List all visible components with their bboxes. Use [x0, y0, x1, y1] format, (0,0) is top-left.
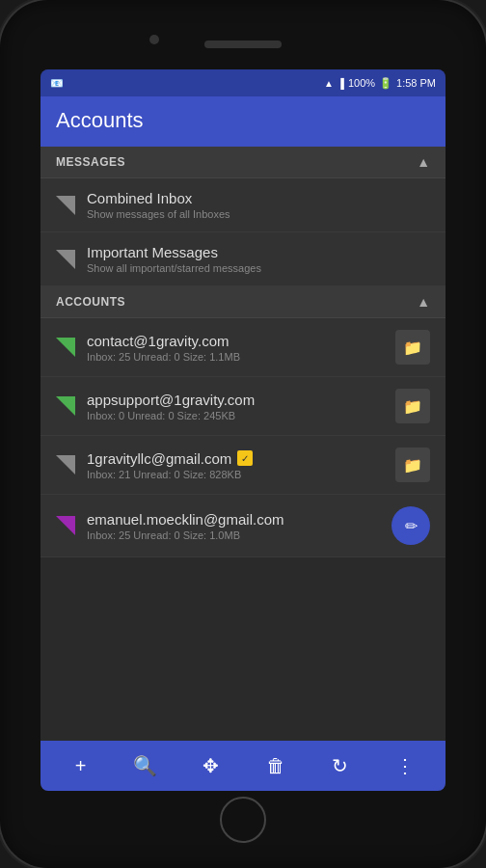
- messages-section-header[interactable]: MESSAGES ▲: [40, 147, 446, 178]
- corner-flag-green-1: [56, 396, 75, 416]
- page-title: Accounts: [56, 108, 430, 133]
- edit-icon-3: ✏: [405, 517, 418, 535]
- account-1-text: appsupport@1gravity.com Inbox: 0 Unread:…: [87, 392, 384, 421]
- phone-frame: 📧 ▲ ▐ 100% 🔋 1:58 PM Accounts MESSAGES ▲: [0, 0, 486, 868]
- wifi-icon: ▲: [324, 78, 334, 89]
- account-2-folder-button[interactable]: 📁: [395, 448, 430, 482]
- combined-inbox-text: Combined Inbox Show messages of all Inbo…: [87, 190, 430, 220]
- messages-chevron-icon: ▲: [417, 154, 430, 170]
- move-button[interactable]: ✥: [191, 746, 230, 785]
- bottom-bezel: [0, 791, 486, 849]
- folder-icon-1: 📁: [403, 397, 422, 416]
- combined-inbox-primary: Combined Inbox: [87, 190, 430, 206]
- accounts-chevron-icon: ▲: [417, 294, 430, 310]
- account-1-icon: [56, 396, 75, 416]
- folder-icon-2: 📁: [403, 456, 422, 475]
- gmail-badge: ✓: [237, 450, 253, 466]
- messages-section-title: MESSAGES: [56, 155, 125, 169]
- corner-flag-purple-3: [56, 516, 75, 535]
- important-messages-secondary: Show all important/starred messages: [87, 262, 430, 274]
- top-bezel: [0, 19, 486, 69]
- important-messages-text: Important Messages Show all important/st…: [87, 244, 430, 274]
- account-0-icon: [56, 338, 75, 357]
- status-bar: 📧 ▲ ▐ 100% 🔋 1:58 PM: [40, 69, 446, 96]
- account-0-folder-button[interactable]: 📁: [395, 330, 430, 365]
- content-area: MESSAGES ▲ Combined Inbox Show messages …: [40, 147, 446, 741]
- corner-flag-green-0: [56, 338, 75, 357]
- add-button[interactable]: +: [62, 746, 100, 785]
- search-icon: 🔍: [133, 754, 157, 777]
- move-icon: ✥: [202, 754, 219, 777]
- account-item-1[interactable]: appsupport@1gravity.com Inbox: 0 Unread:…: [40, 377, 446, 436]
- bottom-toolbar: + 🔍 ✥ 🗑 ↻ ⋮: [40, 741, 446, 791]
- combined-inbox-secondary: Show messages of all Inboxes: [87, 208, 430, 220]
- account-item-3[interactable]: emanuel.moecklin@gmail.com Inbox: 25 Unr…: [40, 495, 446, 557]
- battery-percent: 100%: [348, 77, 375, 89]
- status-left: 📧: [50, 77, 64, 90]
- refresh-icon: ↻: [332, 754, 348, 777]
- delete-button[interactable]: 🗑: [256, 746, 295, 785]
- notification-icon: 📧: [50, 77, 64, 90]
- phone-screen: 📧 ▲ ▐ 100% 🔋 1:58 PM Accounts MESSAGES ▲: [40, 69, 446, 791]
- account-item-2[interactable]: 1gravityllc@gmail.com ✓ Inbox: 21 Unread…: [40, 436, 446, 495]
- more-button[interactable]: ⋮: [386, 746, 424, 785]
- speaker: [204, 41, 282, 48]
- account-0-text: contact@1gravity.com Inbox: 25 Unread: 0…: [87, 333, 384, 363]
- account-0-secondary: Inbox: 25 Unread: 0 Size: 1.1MB: [87, 351, 384, 363]
- account-1-secondary: Inbox: 0 Unread: 0 Size: 245KB: [87, 410, 384, 421]
- important-messages-primary: Important Messages: [87, 244, 430, 260]
- more-icon: ⋮: [395, 754, 415, 777]
- account-2-icon: [56, 455, 75, 475]
- status-time: 1:58 PM: [396, 77, 436, 89]
- accounts-section-header[interactable]: ACCOUNTS ▲: [40, 286, 446, 318]
- home-button[interactable]: [220, 797, 266, 843]
- status-right: ▲ ▐ 100% 🔋 1:58 PM: [324, 77, 436, 90]
- corner-flag-yellow-2: [56, 455, 75, 475]
- add-icon: +: [75, 755, 87, 777]
- important-messages-icon: [56, 250, 75, 269]
- account-3-edit-button[interactable]: ✏: [392, 506, 430, 545]
- account-2-text: 1gravityllc@gmail.com ✓ Inbox: 21 Unread…: [87, 450, 384, 480]
- important-messages-item[interactable]: Important Messages Show all important/st…: [40, 232, 446, 286]
- refresh-button[interactable]: ↻: [321, 746, 360, 785]
- folder-icon-0: 📁: [403, 339, 422, 357]
- account-item-0[interactable]: contact@1gravity.com Inbox: 25 Unread: 0…: [40, 318, 446, 377]
- corner-flag-gray: [56, 196, 75, 215]
- account-3-text: emanuel.moecklin@gmail.com Inbox: 25 Unr…: [87, 511, 380, 541]
- account-3-primary: emanuel.moecklin@gmail.com: [87, 511, 380, 528]
- camera: [149, 35, 159, 44]
- account-3-secondary: Inbox: 25 Unread: 0 Size: 1.0MB: [87, 529, 380, 541]
- account-2-secondary: Inbox: 21 Unread: 0 Size: 828KB: [87, 469, 384, 480]
- combined-inbox-icon: [56, 196, 75, 215]
- account-2-primary: 1gravityllc@gmail.com ✓: [87, 450, 384, 467]
- delete-icon: 🗑: [266, 755, 285, 777]
- account-1-primary: appsupport@1gravity.com: [87, 392, 384, 408]
- account-0-primary: contact@1gravity.com: [87, 333, 384, 349]
- combined-inbox-item[interactable]: Combined Inbox Show messages of all Inbo…: [40, 178, 446, 232]
- corner-flag-gray2: [56, 250, 75, 269]
- account-1-folder-button[interactable]: 📁: [395, 389, 430, 423]
- app-header: Accounts: [40, 96, 446, 147]
- signal-icon: ▐: [338, 78, 344, 89]
- accounts-section-title: ACCOUNTS: [56, 295, 125, 309]
- account-3-icon: [56, 516, 75, 535]
- battery-icon: 🔋: [379, 77, 392, 90]
- search-button[interactable]: 🔍: [126, 746, 165, 785]
